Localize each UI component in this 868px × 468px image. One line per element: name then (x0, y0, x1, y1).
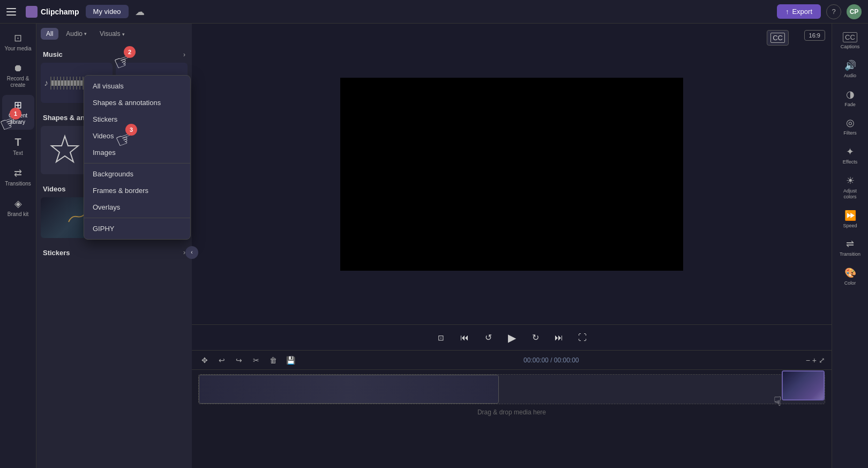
right-panel-captions[interactable]: CC Captions (834, 28, 866, 54)
fast-forward-button[interactable]: ↻ (528, 330, 543, 345)
filter-tab-all[interactable]: All (41, 28, 58, 40)
cut-button[interactable]: ✂ (250, 354, 263, 367)
help-button[interactable]: ? (826, 4, 841, 19)
svg-marker-0 (51, 136, 78, 162)
total-time: 00:00:00 (554, 356, 579, 364)
user-avatar[interactable]: CP (847, 4, 862, 19)
rewind-button[interactable]: ↺ (481, 330, 496, 345)
section-header-music[interactable]: Music › (41, 46, 188, 63)
right-panel-transition[interactable]: ⇌ Transition (834, 234, 866, 262)
time-separator: / (550, 356, 554, 364)
project-title-button[interactable]: My video (86, 5, 129, 18)
export-button[interactable]: ↑ Export (777, 4, 821, 19)
section-chevron-music: › (183, 51, 185, 58)
fade-label: Fade (844, 102, 856, 108)
dropdown-divider (84, 163, 190, 164)
adjust-colors-panel-icon: ☀ (846, 175, 855, 187)
video-track-lane: ☟ (198, 374, 825, 404)
sidebar-item-your-media[interactable]: ⊡ Your media (2, 28, 34, 56)
section-label-videos: Videos (43, 185, 65, 193)
video-canvas (340, 78, 683, 271)
sidebar-label-text: Text (13, 150, 23, 157)
dropdown-item-videos[interactable]: Videos (84, 128, 190, 144)
visuals-dropdown-menu: All visuals Shapes & annotations Sticker… (84, 75, 191, 240)
right-panel-color[interactable]: 🎨 Color (834, 263, 866, 291)
dropdown-divider-2 (84, 218, 190, 218)
timeline-tracks: ☟ Drag & drop media here (192, 370, 832, 468)
music-note-icon-1: ♪ (44, 78, 48, 88)
timeline-zoom-controls: − + ⤢ (806, 356, 825, 365)
right-panel-fade[interactable]: ◑ Fade (834, 84, 866, 112)
expand-timeline-button[interactable]: ⤢ (819, 356, 825, 365)
shape-star-thumb[interactable] (41, 126, 89, 174)
skip-forward-button[interactable]: ⏭ (551, 330, 566, 345)
audio-panel-icon: 🔊 (844, 60, 856, 71)
dropdown-item-frames[interactable]: Frames & borders (84, 182, 190, 199)
speed-label: Speed (843, 223, 857, 229)
main-area: ⊡ Your media ⏺ Record &create ⊞ Contentl… (0, 24, 868, 468)
right-panel-adjust-colors[interactable]: ☀ Adjustcolors (834, 170, 866, 204)
sidebar-label-content-library: Contentlibrary (9, 113, 27, 125)
zoom-in-button[interactable]: + (812, 356, 817, 365)
filters-label: Filters (843, 130, 857, 136)
right-panel-speed[interactable]: ⏩ Speed (834, 205, 866, 233)
save-button[interactable]: 💾 (284, 354, 297, 367)
play-button[interactable]: ▶ (504, 330, 519, 345)
subtitle-toggle-button[interactable]: ⊡ (433, 330, 448, 345)
skip-back-button[interactable]: ⏮ (457, 330, 472, 345)
video-clip[interactable] (199, 375, 499, 404)
your-media-icon: ⊡ (14, 32, 22, 44)
panel-collapse-button[interactable]: ‹ (185, 246, 198, 259)
sidebar-item-transitions[interactable]: ⇄ Transitions (2, 163, 34, 191)
sidebar-item-brand-kit[interactable]: ◈ Brand kit (2, 194, 34, 222)
dropdown-item-stickers[interactable]: Stickers (84, 111, 190, 128)
transitions-icon: ⇄ (14, 167, 22, 179)
right-panel-audio[interactable]: 🔊 Audio (834, 55, 866, 83)
dropdown-item-overlays[interactable]: Overlays (84, 199, 190, 216)
sidebar-item-content-library[interactable]: ⊞ Contentlibrary (2, 95, 34, 130)
app-name: Clipchamp (41, 8, 79, 16)
audio-chevron-icon: ▾ (84, 31, 87, 36)
effects-label: Effects (843, 159, 857, 165)
drag-drop-hint: Drag & drop media here (198, 408, 825, 416)
select-tool-button[interactable]: ✥ (198, 354, 211, 367)
section-label-stickers: Stickers (43, 249, 70, 257)
export-icon: ↑ (785, 8, 789, 16)
topbar-right: ↑ Export ? CP (777, 4, 862, 19)
brand-kit-icon: ◈ (14, 198, 22, 210)
dropdown-item-backgrounds[interactable]: Backgrounds (84, 166, 190, 182)
effects-panel-icon: ✦ (846, 146, 854, 158)
section-header-stickers[interactable]: Stickers › (41, 244, 188, 261)
topbar: Clipchamp My video ☁ ↑ Export ? CP (0, 0, 868, 24)
dropdown-item-giphy[interactable]: GIPHY (84, 220, 190, 237)
zoom-out-button[interactable]: − (806, 356, 810, 365)
sidebar-label-record: Record &create (7, 76, 29, 88)
fullscreen-button[interactable]: ⛶ (575, 330, 590, 345)
sidebar-item-text[interactable]: T Text (2, 132, 34, 161)
dropdown-item-shapes[interactable]: Shapes & annotations (84, 94, 190, 111)
right-panel-filters[interactable]: ◎ Filters (834, 113, 866, 140)
app-logo[interactable]: Clipchamp (26, 6, 79, 18)
transition-panel-icon: ⇌ (846, 238, 854, 250)
text-icon: T (14, 136, 21, 148)
dropdown-item-all-visuals[interactable]: All visuals (84, 78, 190, 94)
visuals-chevron-icon: ▾ (122, 32, 125, 37)
dropdown-item-images[interactable]: Images (84, 144, 190, 161)
filter-tab-audio[interactable]: Audio ▾ (61, 28, 92, 40)
content-panel: All Audio ▾ Visuals ▾ All visuals Shapes… (36, 24, 192, 468)
sidebar-item-record[interactable]: ⏺ Record &create (2, 58, 34, 93)
timeline-area: ✥ ↩ ↪ ✂ 🗑 💾 00:00:00 / 00:00:00 − + ⤢ (192, 350, 832, 468)
right-panel-effects[interactable]: ✦ Effects (834, 142, 866, 169)
redo-button[interactable]: ↪ (233, 354, 245, 367)
thumbnail-image (783, 372, 824, 399)
captions-icon: CC (770, 33, 785, 43)
adjust-colors-label: Adjustcolors (843, 188, 857, 200)
filter-tab-visuals[interactable]: Visuals ▾ (94, 28, 130, 40)
delete-button[interactable]: 🗑 (267, 354, 280, 367)
clip-background (199, 375, 498, 403)
section-label-music: Music (43, 50, 63, 58)
timeline-clip-thumbnail (782, 370, 825, 400)
sidebar-label-brand: Brand kit (8, 211, 28, 218)
undo-button[interactable]: ↩ (215, 354, 228, 367)
hamburger-menu[interactable] (6, 5, 19, 18)
